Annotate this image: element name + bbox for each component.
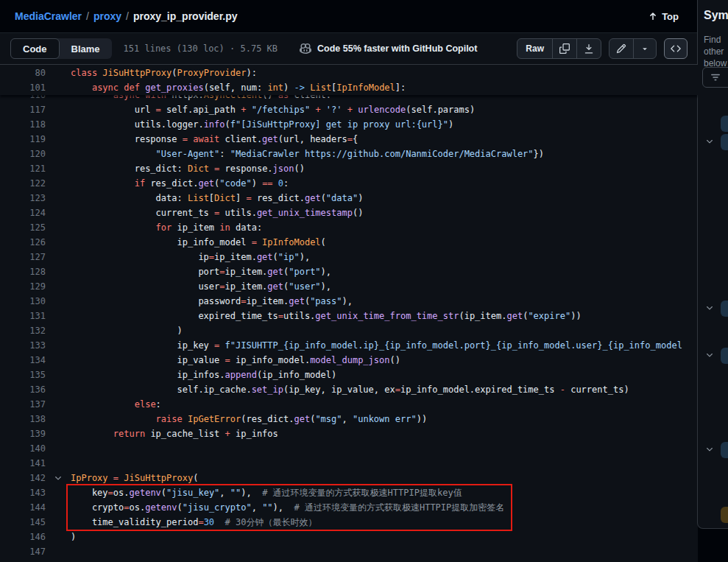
code-line: 141	[0, 456, 698, 471]
breadcrumb-separator: /	[86, 10, 89, 22]
code-line: 131 expired_time_ts=utils.get_unix_time_…	[0, 309, 698, 323]
symbol-chip[interactable]	[721, 134, 728, 150]
fold-spacer	[46, 161, 71, 176]
symbols-panel-title: Sym	[704, 9, 728, 22]
line-number[interactable]: 123	[0, 191, 46, 206]
code-line: 117 url = self.api_path + "/fetchips" + …	[0, 102, 698, 117]
fold-spacer	[46, 515, 71, 530]
code-line: 136 self.ip_cache.set_ip(ip_key, ip_valu…	[0, 382, 698, 397]
file-toolbar: Code Blame 151 lines (130 loc) · 5.75 KB…	[0, 32, 698, 65]
back-to-top-link[interactable]: Top	[648, 11, 679, 22]
code-line: 118 utils.logger.info(f"[JiSuHttpProxy] …	[0, 117, 698, 132]
fold-spacer	[46, 132, 71, 147]
code-text: )	[71, 323, 183, 338]
line-number[interactable]: 129	[0, 279, 46, 294]
filter-icon	[710, 72, 721, 82]
symbol-chip[interactable]	[721, 442, 728, 458]
line-number[interactable]: 133	[0, 338, 46, 353]
line-number[interactable]: 142	[0, 471, 46, 485]
line-number[interactable]: 134	[0, 353, 46, 368]
line-number[interactable]: 118	[0, 117, 46, 132]
github-code-view: MediaCrawler / proxy / proxy_ip_provider…	[0, 0, 728, 562]
code-text: port=ip_item.get("port"),	[71, 264, 331, 279]
download-icon[interactable]	[576, 39, 601, 58]
line-number[interactable]: 144	[0, 500, 46, 515]
line-number[interactable]: 127	[0, 250, 46, 264]
line-number[interactable]: 80	[0, 66, 46, 80]
line-number[interactable]: 143	[0, 485, 46, 500]
tab-code[interactable]: Code	[10, 38, 60, 59]
line-number[interactable]: 132	[0, 323, 46, 338]
symbol-chip[interactable]	[721, 116, 728, 132]
chevron-down-icon[interactable]	[705, 351, 714, 359]
breadcrumb-folder[interactable]: proxy	[93, 10, 121, 22]
line-number[interactable]: 139	[0, 426, 46, 441]
code-line: 132 )	[0, 323, 698, 338]
tab-blame[interactable]: Blame	[60, 38, 112, 59]
fold-spacer	[46, 441, 71, 456]
line-number[interactable]: 136	[0, 382, 46, 397]
fold-spacer	[46, 368, 71, 382]
code-line: 146)	[0, 530, 698, 544]
chevron-down-icon[interactable]	[705, 137, 714, 146]
chevron-down-icon[interactable]	[705, 445, 714, 454]
line-number[interactable]: 140	[0, 441, 46, 456]
line-number[interactable]: 119	[0, 132, 46, 147]
fold-spacer	[46, 382, 71, 397]
code-line: 119 response = await client.get(url, hea…	[0, 132, 698, 147]
line-number[interactable]: 128	[0, 264, 46, 279]
symbol-chip[interactable]	[721, 507, 728, 523]
breadcrumb-filename: proxy_ip_provider.py	[133, 10, 238, 22]
edit-dropdown-caret-icon[interactable]	[633, 39, 656, 58]
symbol-chip[interactable]	[721, 348, 728, 364]
line-number[interactable]: 120	[0, 147, 46, 161]
line-number[interactable]: 131	[0, 309, 46, 323]
code-line: 138 raise IpGetError(res_dict.get("msg",…	[0, 412, 698, 426]
line-number[interactable]: 138	[0, 412, 46, 426]
breadcrumb: MediaCrawler / proxy / proxy_ip_provider…	[15, 10, 238, 22]
line-number[interactable]: 126	[0, 235, 46, 250]
code-text: response = await client.get(url, headers…	[71, 132, 358, 147]
code-text: res_dict: Dict = response.json()	[71, 161, 305, 176]
breadcrumb-repo[interactable]: MediaCrawler	[15, 10, 82, 22]
copy-icon[interactable]	[552, 39, 576, 58]
line-number[interactable]: 125	[0, 220, 46, 235]
edit-pencil-icon[interactable]	[609, 39, 633, 58]
line-number[interactable]: 147	[0, 544, 46, 559]
chevron-down-icon[interactable]	[705, 303, 714, 312]
line-number[interactable]: 135	[0, 368, 46, 382]
line-number[interactable]: 145	[0, 515, 46, 530]
line-number[interactable]: 146	[0, 530, 46, 544]
line-number[interactable]: 141	[0, 456, 46, 471]
line-number[interactable]: 130	[0, 294, 46, 309]
code-line: 130 password=ip_item.get("pass"),	[0, 294, 698, 309]
line-number[interactable]: 121	[0, 161, 46, 176]
symbols-panel: Sym Find other below	[697, 0, 728, 529]
line-number[interactable]: 101	[0, 80, 46, 95]
fold-spacer	[46, 206, 71, 220]
code-text: IpProxy = JiSuHttpProxy(	[71, 471, 198, 485]
symbols-panel-toggle-icon[interactable]	[664, 38, 688, 59]
copilot-banner[interactable]: Code 55% faster with GitHub Copilot	[300, 43, 477, 55]
line-number[interactable]: 124	[0, 206, 46, 220]
fold-spacer	[46, 66, 71, 80]
line-number[interactable]: 122	[0, 176, 46, 191]
top-label: Top	[662, 11, 679, 22]
symbol-chip[interactable]	[721, 301, 728, 317]
code-text: async def get_proxies(self, num: int) ->…	[71, 80, 406, 95]
line-number[interactable]: 137	[0, 397, 46, 412]
raw-button[interactable]: Raw	[517, 39, 552, 58]
code-text: url = self.api_path + "/fetchips" + '?' …	[71, 102, 475, 117]
fold-spacer	[46, 117, 71, 132]
fold-spacer	[46, 456, 71, 471]
code-text: ip=ip_item.get("ip"),	[71, 250, 310, 264]
code-line: 142IpProxy = JiSuHttpProxy(	[0, 471, 698, 485]
code-text: time_validity_period=30 # 30分钟（最长时效）	[71, 515, 317, 530]
sticky-scope-lines: 80class JiSuHttpProxy(ProxyProvider):101…	[0, 65, 698, 95]
line-number[interactable]: 117	[0, 102, 46, 117]
fold-chevron-icon[interactable]	[46, 471, 71, 485]
code-text: ip_info_model = IpInfoModel(	[71, 235, 326, 250]
fold-spacer	[46, 191, 71, 206]
symbols-filter-button[interactable]	[702, 67, 728, 88]
fold-spacer	[46, 220, 71, 235]
